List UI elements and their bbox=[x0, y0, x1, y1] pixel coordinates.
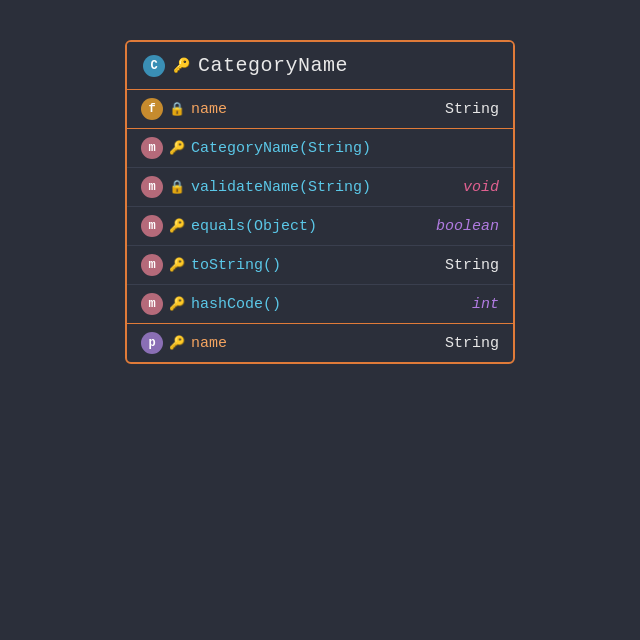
field-badge-f: f bbox=[141, 98, 163, 120]
class-header: C 🔑 CategoryName bbox=[127, 42, 513, 90]
class-title: CategoryName bbox=[198, 54, 348, 77]
equals-row: m 🔑 equals(Object) boolean bbox=[127, 207, 513, 246]
field-name-type: String bbox=[445, 101, 499, 118]
property-name-type: String bbox=[445, 335, 499, 352]
validate-name-row: m 🔒 validateName(String) void bbox=[127, 168, 513, 207]
validate-return-type: void bbox=[463, 179, 499, 196]
validate-name-label: validateName(String) bbox=[191, 179, 457, 196]
tostring-row: m 🔑 toString() String bbox=[127, 246, 513, 285]
equals-key-icon: 🔑 bbox=[169, 218, 185, 234]
property-key-icon: 🔑 bbox=[169, 335, 185, 351]
hashcode-row: m 🔑 hashCode() int bbox=[127, 285, 513, 324]
hashcode-key-icon: 🔑 bbox=[169, 296, 185, 312]
constructor-row: m 🔑 CategoryName(String) bbox=[127, 129, 513, 168]
tostring-name-label: toString() bbox=[191, 257, 439, 274]
method-badge-constructor: m bbox=[141, 137, 163, 159]
tostring-key-icon: 🔑 bbox=[169, 257, 185, 273]
field-name-label: name bbox=[191, 101, 439, 118]
equals-return-type: boolean bbox=[436, 218, 499, 235]
tostring-return-type: String bbox=[445, 257, 499, 274]
class-badge: C bbox=[143, 55, 165, 77]
property-name-row: p 🔑 name String bbox=[127, 324, 513, 362]
method-badge-hashcode: m bbox=[141, 293, 163, 315]
field-name-row: f 🔒 name String bbox=[127, 90, 513, 129]
hashcode-return-type: int bbox=[472, 296, 499, 313]
method-badge-tostring: m bbox=[141, 254, 163, 276]
hashcode-name-label: hashCode() bbox=[191, 296, 466, 313]
header-key-icon: 🔑 bbox=[173, 57, 190, 74]
validate-lock-icon: 🔒 bbox=[169, 179, 185, 195]
constructor-key-icon: 🔑 bbox=[169, 140, 185, 156]
uml-class-card: C 🔑 CategoryName f 🔒 name String m 🔑 Cat… bbox=[125, 40, 515, 364]
method-badge-validate: m bbox=[141, 176, 163, 198]
property-badge-p: p bbox=[141, 332, 163, 354]
method-badge-equals: m bbox=[141, 215, 163, 237]
field-lock-icon: 🔒 bbox=[169, 101, 185, 117]
constructor-name-label: CategoryName(String) bbox=[191, 140, 499, 157]
equals-name-label: equals(Object) bbox=[191, 218, 430, 235]
property-name-label: name bbox=[191, 335, 439, 352]
